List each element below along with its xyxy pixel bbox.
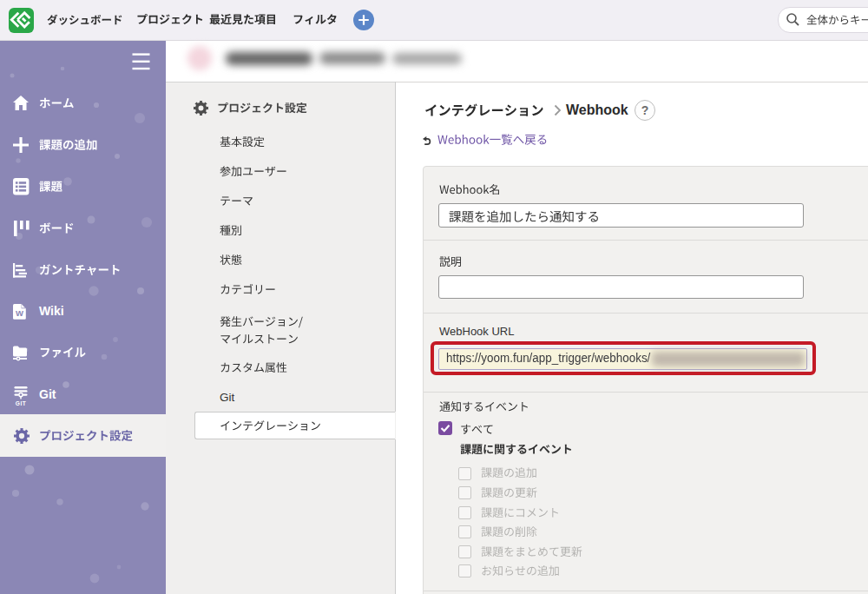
svg-text:GIT: GIT (16, 400, 26, 406)
svg-text:W: W (16, 308, 23, 318)
